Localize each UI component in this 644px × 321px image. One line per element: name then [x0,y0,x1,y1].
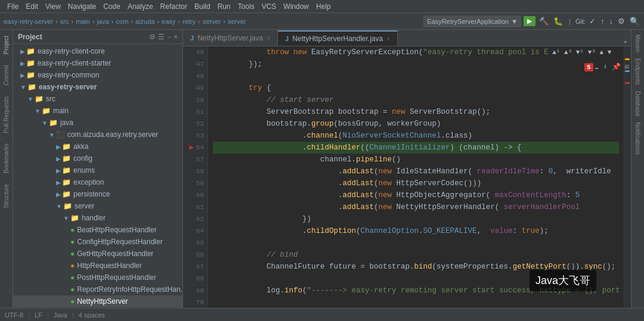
folder-icon: 📁 [62,154,71,163]
git-commit[interactable]: ✓ [588,17,597,26]
code-line-48 [213,70,619,82]
tree-item-enums[interactable]: ▶ 📁 enums [13,164,182,176]
right-tab-maven[interactable]: Maven [633,32,642,55]
menu-vcs[interactable]: VCS [258,2,280,11]
tree-item-src[interactable]: ▼ 📁 src [13,93,182,105]
folder-icon: 📁 [26,71,35,79]
tab-netty-handler[interactable]: J NettyHttpServerHandler.java × [278,30,398,46]
folder-icon: 📁 [62,166,71,174]
tree-label: PostHttpRequestHandler [77,273,156,282]
tree-item-beat[interactable]: ● BeatHttpRequestHandler [13,224,182,236]
folder-icon: 📁 [70,214,79,222]
tab-label: NettyHttpServer.java [197,34,263,42]
run-button[interactable]: ▶ [524,16,535,26]
menu-navigate[interactable]: Navigate [64,2,100,11]
left-tab-pull-requests[interactable]: Pull Requests [2,94,11,136]
menu-code[interactable]: Code [100,2,124,11]
right-tab-database[interactable]: Database [633,89,642,119]
tree-item-handler[interactable]: ▼ 📁 handler [13,212,182,224]
gutter-line-50: 50 [185,94,204,106]
menu-run[interactable]: Run [214,2,234,11]
code-line-68 [213,273,619,285]
sidebar-close-icon[interactable]: × [174,33,178,41]
sidebar-settings-icon[interactable]: ⚙ [149,33,156,41]
tree-item-netty-server[interactable]: ● NettyHttpServer [13,295,182,307]
gutter-line-69: 69 [185,285,204,297]
gutter-line-65: 65 [185,237,204,249]
gutter-line-67: 67 [185,261,204,273]
tabs-more-button[interactable]: ▾ [620,38,631,46]
menu-edit[interactable]: Edit [22,2,42,11]
gutter-line-58: 58 [185,166,204,177]
code-line-51: ServerBootstrap bootstrap = new ServerBo… [213,106,619,118]
right-tab-notifications[interactable]: Notifications [633,120,642,157]
java-class-icon: ● [70,250,75,258]
tab-netty-server[interactable]: J NettyHttpServer.java × [183,30,278,46]
config-dropdown[interactable]: EasyRetryServerApplication ▼ [423,15,521,27]
tree-item-server[interactable]: ▼ 📁 easy-retry-server [13,81,182,93]
tree-label: java [60,119,73,127]
tab-close-icon[interactable]: × [267,35,270,42]
sidebar-expand-icon[interactable]: ☰ [158,33,165,41]
gutter-line-46: 46 [185,46,204,58]
right-tab-endpoints[interactable]: Endpoints [633,56,642,87]
settings-button[interactable]: ⚙ [617,17,626,26]
menu-file[interactable]: File [4,2,22,11]
git-push[interactable]: ↑ [599,17,606,26]
code-line-49: try { [213,82,619,94]
tree-item-client-core[interactable]: ▶ 📁 easy-retry-client-core [13,45,182,57]
left-tab-project[interactable]: Project [2,33,11,57]
tree-item-client-starter[interactable]: ▶ 📁 easy-retry-client-starter [13,57,182,69]
menu-window[interactable]: Window [280,2,312,11]
code-line-66: // bind [213,249,619,261]
menu-build[interactable]: Build [191,2,214,11]
gutter-line-59: 59 [185,177,204,189]
code-lines[interactable]: throw new EasyRetryServerException("easy… [208,46,624,308]
tree-item-exception[interactable]: ▶ 📁 exception [13,176,182,188]
code-line-53: .channel(NioServerSocketChannel.class) [213,130,619,142]
tree-item-package[interactable]: ▼ ⬛ com.aizuda.easy.retry.server [13,129,182,141]
menu-analyze[interactable]: Analyze [124,2,157,11]
folder-icon: 📁 [27,83,36,91]
tree-item-java[interactable]: ▼ 📁 java [13,117,182,129]
build-button[interactable]: 🔨 [538,17,550,26]
tree-label: ReportRetryInfoHttpRequestHan... [77,285,182,294]
java-folder-icon: 📁 [49,119,58,127]
sidebar-collapse-icon[interactable]: − [167,33,171,41]
breadcrumb: easy-retry-server › src › main › java › … [4,18,246,25]
tree-item-config-handler[interactable]: ● ConfigHttpRequestHandler [13,236,182,248]
tree-item-persistence[interactable]: ▶ 📁 persistence [13,188,182,200]
code-line-52: bootstrap.group(bossGroup, workerGroup) [213,118,619,130]
menu-tools[interactable]: Tools [234,2,258,11]
tab-close-icon[interactable]: × [386,36,390,42]
tree-label: easy-retry-server [39,83,97,91]
tree-item-post-handler[interactable]: ● PostHttpRequestHandler [13,272,182,283]
menu-refactor[interactable]: Refactor [157,2,191,11]
gutter-line-48: 48 [185,70,204,82]
tree-item-server-folder[interactable]: ▼ 📁 server [13,200,182,212]
breakpoint-icon: ▶ [190,142,194,154]
code-line-62: }) [213,213,619,225]
breadcrumb-project: easy-retry-server [4,18,53,25]
left-panel-tabs: Project Commit Pull Requests Bookmarks S… [0,30,13,308]
gutter-line-62: 62 [185,213,204,225]
left-tab-structure[interactable]: Structure [2,182,11,211]
debug-button[interactable]: 🐛 [552,17,564,26]
tree-item-report-handler[interactable]: ● ReportRetryInfoHttpRequestHan... [13,283,182,295]
file-tabs: J NettyHttpServer.java × J NettyHttpServ… [183,30,631,46]
menu-help[interactable]: Help [312,2,335,11]
git-pull[interactable]: ↓ [608,17,615,26]
search-button[interactable]: 🔍 [628,17,640,26]
tree-item-http-handler[interactable]: ● HttpRequestHandler [13,260,182,272]
tree-item-config[interactable]: ▶ 📁 config [13,152,182,164]
tree-label: HttpRequestHandler [77,261,142,270]
tree-item-common[interactable]: ▶ 📁 easy-retry-common [13,69,182,81]
left-tab-bookmarks[interactable]: Bookmarks [2,141,11,176]
gutter-line-64: 64 [185,225,204,237]
tree-label: easy-retry-common [38,71,99,79]
left-tab-commit[interactable]: Commit [2,63,11,88]
tree-item-main[interactable]: ▼ 📁 main [13,105,182,117]
tree-item-get-handler[interactable]: ● GetHttpRequestHandler [13,248,182,260]
tree-item-akka[interactable]: ▶ 📁 akka [13,141,182,152]
menu-view[interactable]: View [42,2,64,11]
